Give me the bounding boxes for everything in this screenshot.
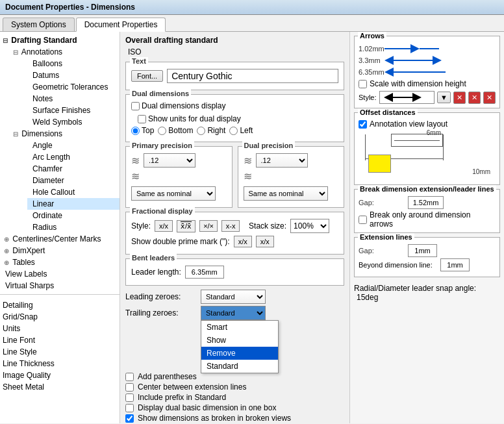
drafting-standard-value: ISO — [128, 47, 344, 56]
leader-length-input[interactable] — [185, 266, 224, 279]
tree-ordinate[interactable]: Ordinate — [27, 210, 120, 221]
beyond-row: Beyond dimension line: — [359, 258, 496, 271]
dual-dimensions-group: Dual dimensions Dual dimensions display … — [125, 94, 344, 142]
tree-virtual-sharps[interactable]: Virtual Sharps — [0, 280, 120, 292]
double-prime-btn-1[interactable]: x/x — [234, 236, 252, 247]
center-between-label[interactable]: Center between extension lines — [125, 382, 344, 392]
annotation-view-checkbox[interactable] — [359, 120, 367, 129]
center-between-checkbox[interactable] — [125, 383, 134, 392]
tree-annotations[interactable]: ⊟ Annotations — [9, 46, 120, 58]
tree-dimxpert[interactable]: ⊕ DimXpert — [0, 245, 120, 256]
fraction-btn-2[interactable]: x̄/x̄ — [177, 220, 195, 232]
tree-line-style[interactable]: Line Style — [0, 346, 120, 358]
yellow-box — [368, 155, 391, 173]
dual-precision-select1[interactable]: .12 — [256, 153, 308, 168]
tree-diameter[interactable]: Diameter — [27, 175, 120, 186]
fraction-btn-3[interactable]: ×/× — [199, 220, 218, 232]
primary-precision-select1[interactable]: .12 — [144, 153, 195, 168]
vert-line2 — [443, 134, 444, 160]
tree-chamfer[interactable]: Chamfer — [27, 163, 120, 175]
tree-view-labels[interactable]: View Labels — [0, 268, 120, 280]
display-dual-basic-checkbox[interactable] — [125, 404, 134, 412]
tree-balloons[interactable]: Balloons — [27, 58, 120, 69]
dual-row1: ≋ .12 — [244, 153, 339, 168]
left-tree: ⊟ Drafting Standard ⊟ Annotations Balloo… — [0, 32, 120, 423]
bottom-radio-label[interactable]: Bottom — [158, 126, 193, 135]
tree-annotations-section: ⊟ Annotations Balloons Datums Geometric … — [0, 46, 120, 128]
add-parentheses-checkbox[interactable] — [125, 373, 134, 381]
dropdown-standard[interactable]: Standard — [201, 360, 278, 373]
dual-display-checkbox[interactable] — [131, 102, 140, 110]
arrow-style-btn1[interactable]: ✕ — [453, 92, 466, 104]
tree-line-font[interactable]: Line Font — [0, 334, 120, 346]
tree-drafting-standard[interactable]: ⊟ Drafting Standard — [0, 34, 120, 46]
show-units-checkbox-label[interactable]: Show units for dual display — [138, 114, 241, 123]
leading-zeroes-select[interactable]: Standard — [201, 290, 266, 304]
break-only-checkbox[interactable] — [359, 216, 367, 224]
tree-angle[interactable]: Angle — [27, 140, 120, 151]
middle-panel: Overall drafting standard ISO Text Font.… — [120, 32, 349, 423]
annotation-view-label[interactable]: Annotation view layout — [359, 119, 496, 129]
beyond-input[interactable] — [440, 258, 470, 271]
tree-hole-callout[interactable]: Hole Callout — [27, 186, 120, 198]
tree-radius[interactable]: Radius — [27, 221, 120, 233]
ext-gap-input[interactable] — [408, 244, 437, 257]
tree-grid-snap[interactable]: Grid/Snap — [0, 311, 120, 323]
arrow-style-dropdown-btn[interactable]: ▼ — [437, 92, 451, 103]
dropdown-smart[interactable]: Smart — [201, 321, 278, 334]
tree-image-quality[interactable]: Image Quality — [0, 369, 120, 381]
font-button[interactable]: Font... — [131, 70, 163, 82]
dropdown-show[interactable]: Show — [201, 334, 278, 347]
dropdown-remove[interactable]: Remove — [201, 347, 278, 360]
dual-display-checkbox-label[interactable]: Dual dimensions display — [131, 101, 225, 110]
drafting-standard-section: Overall drafting standard ISO — [125, 36, 344, 56]
tree-units[interactable]: Units — [0, 323, 120, 334]
tree-arc-length[interactable]: Arc Length — [27, 151, 120, 163]
break-gap-input[interactable] — [408, 196, 444, 209]
top-radio[interactable] — [131, 127, 140, 135]
add-parentheses-label[interactable]: Add parentheses — [125, 372, 344, 381]
stack-size-select[interactable]: 100% — [290, 219, 329, 233]
bottom-radio[interactable] — [158, 127, 166, 135]
tree-surface-finishes[interactable]: Surface Finishes — [27, 105, 120, 116]
break-only-label[interactable]: Break only around dimension arrows — [359, 210, 496, 229]
tab-document-properties[interactable]: Document Properties — [76, 18, 166, 32]
display-dual-basic-label[interactable]: Display dual basic dimension in one box — [125, 403, 344, 412]
trailing-zeroes-select[interactable]: Standard — [201, 306, 266, 320]
tree-dimensions[interactable]: ⊟ Dimensions — [9, 128, 120, 140]
scale-height-checkbox[interactable] — [359, 80, 367, 88]
left-radio[interactable] — [229, 127, 238, 135]
tree-line-thickness[interactable]: Line Thickness — [0, 358, 120, 369]
tree-tables[interactable]: ⊕ Tables — [0, 256, 120, 268]
arrow-row-2: 3.3mm — [359, 56, 496, 65]
left-radio-label[interactable]: Left — [229, 126, 253, 135]
tree-detailing[interactable]: Detailing — [0, 299, 120, 311]
arrow-style-btn3[interactable]: ✕ — [483, 92, 496, 104]
show-broken-checkbox[interactable] — [125, 414, 134, 423]
tree-centerlines[interactable]: ⊕ Centerlines/Center Marks — [0, 233, 120, 245]
primary-precision-group: Primary precision ≋ .12 ≋ Same as nomina… — [125, 146, 233, 208]
fraction-btn-1[interactable]: x/x — [155, 220, 173, 232]
include-prefix-checkbox[interactable] — [125, 393, 134, 402]
tree-sheet-metal[interactable]: Sheet Metal — [0, 381, 120, 393]
tree-datums[interactable]: Datums — [27, 69, 120, 81]
arrow-head-left — [384, 56, 394, 65]
top-radio-label[interactable]: Top — [131, 126, 154, 135]
include-prefix-label[interactable]: Include prefix in Standard — [125, 393, 344, 402]
tree-geometric-tolerances[interactable]: Geometric Tolerances — [27, 81, 120, 93]
double-prime-btn-2[interactable]: x/x — [256, 236, 274, 247]
tree-linear[interactable]: Linear — [27, 198, 120, 210]
tab-system-options[interactable]: System Options — [3, 18, 75, 31]
right-radio-label[interactable]: Right — [197, 126, 225, 135]
show-units-checkbox[interactable] — [138, 115, 146, 123]
arrow-style-btn2[interactable]: ✕ — [468, 92, 481, 104]
right-radio[interactable] — [197, 127, 205, 135]
scale-height-label[interactable]: Scale with dimension height — [359, 79, 496, 88]
dual-precision-select2[interactable]: Same as nominal — [244, 186, 328, 201]
tree-weld-symbols[interactable]: Weld Symbols — [27, 116, 120, 128]
show-broken-label[interactable]: Show dimensions as broken in broken view… — [125, 414, 344, 423]
tree-notes[interactable]: Notes — [27, 93, 120, 105]
primary-precision-select2[interactable]: Same as nominal — [131, 186, 216, 201]
fraction-btn-4[interactable]: x-x — [221, 220, 240, 232]
arrow-style-row: Style: ▼ ✕ ✕ ✕ — [359, 91, 496, 104]
